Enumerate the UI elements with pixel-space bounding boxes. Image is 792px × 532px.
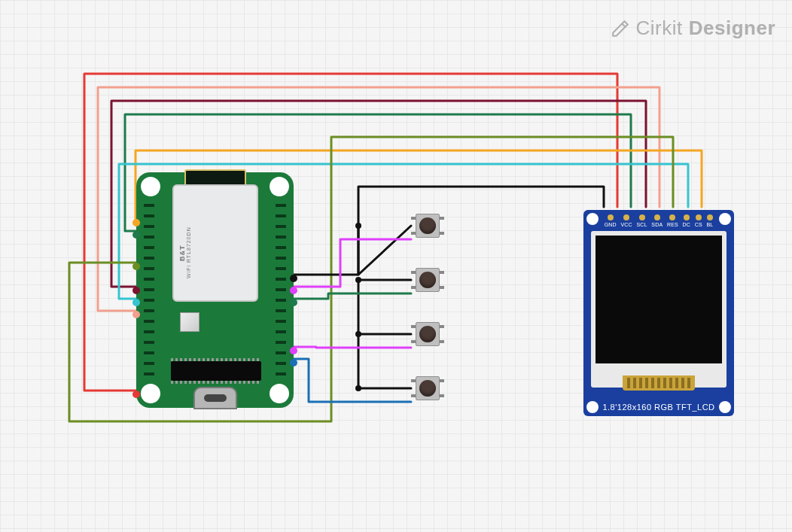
tft-lcd-module[interactable]: GNDVCCSCLSDARESDCCSBL 1.8'128x160 RGB TF… (583, 210, 734, 416)
mount-hole (270, 384, 289, 403)
watermark-product: Designer (689, 17, 775, 40)
pin-l3[interactable] (133, 263, 140, 270)
chip-row (171, 361, 261, 381)
wire-junction (355, 331, 361, 337)
lcd-pin-dc[interactable]: DC (683, 214, 691, 227)
watermark: Cirkit Designer (611, 17, 775, 40)
lcd-screen (596, 236, 722, 363)
lcd-pin-vcc[interactable]: VCC (620, 214, 632, 227)
pin-l4[interactable] (133, 287, 140, 294)
mcu-label: B&T WiFi RTL8720DN (178, 219, 187, 287)
wire-junction (355, 277, 361, 283)
usb-port (193, 387, 237, 409)
pin-r1[interactable] (290, 275, 297, 282)
pencil-ruler-icon (611, 19, 630, 38)
lcd-pin-cs[interactable]: CS (695, 214, 702, 227)
btn-2[interactable] (411, 263, 444, 296)
w-btn4-blue[interactable] (294, 359, 411, 402)
pin-r5[interactable] (290, 359, 297, 366)
mount-hole (270, 177, 289, 196)
w-gnd-b3[interactable] (358, 280, 411, 334)
header-left (144, 204, 154, 378)
mount-hole (141, 177, 160, 196)
pin-l7[interactable] (133, 391, 140, 398)
pin-l5[interactable] (133, 299, 140, 306)
pin-l6[interactable] (133, 311, 140, 318)
btn-1[interactable] (411, 209, 444, 242)
lcd-pin-scl[interactable]: SCL (636, 214, 647, 227)
lcd-model-label: 1.8'128x160 RGB TFT_LCD (583, 403, 734, 412)
w-btn1-magenta[interactable] (294, 239, 411, 287)
w-btn3-magenta[interactable] (294, 347, 411, 348)
pin-l1[interactable] (133, 219, 140, 226)
mount-hole (141, 384, 160, 403)
lcd-pin-res[interactable]: RES (667, 214, 678, 227)
btn-4[interactable] (411, 372, 444, 405)
w-gnd-bus[interactable] (294, 187, 604, 275)
wire-junction (355, 223, 361, 229)
btn-3[interactable] (411, 318, 444, 351)
lcd-pin-header: GNDVCCSCLSDARESDCCSBL (583, 214, 734, 227)
pin-l2[interactable] (133, 231, 140, 239)
header-right (276, 204, 286, 378)
status-led (180, 312, 200, 332)
w-btn2-teal[interactable] (294, 293, 411, 299)
lcd-pin-bl[interactable]: BL (706, 214, 713, 227)
pin-r4[interactable] (290, 347, 297, 354)
lcd-pin-gnd[interactable]: GND (605, 214, 617, 227)
wire-junction (355, 385, 361, 391)
lcd-pin-sda[interactable]: SDA (651, 214, 663, 227)
watermark-brand: Cirkit (636, 17, 683, 40)
pin-r2[interactable] (290, 287, 297, 294)
w-gnd-b4[interactable] (358, 334, 411, 388)
pin-r3[interactable] (290, 299, 297, 306)
flex-connector (623, 375, 695, 391)
mcu-board[interactable]: B&T WiFi RTL8720DN (136, 172, 294, 408)
w-gnd-b1[interactable] (358, 226, 411, 275)
